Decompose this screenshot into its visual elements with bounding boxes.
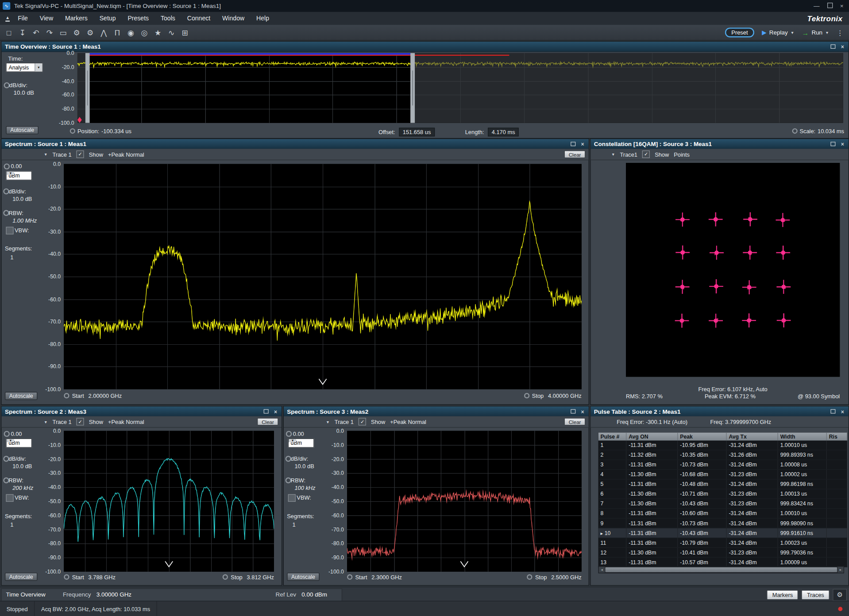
- layout-grid-icon[interactable]: ⊞: [178, 27, 192, 38]
- spectrum-plot[interactable]: 0.0-10.0-20.0-30.0-40.0-50.0-60.0-70.0-8…: [64, 164, 581, 389]
- close-window-button[interactable]: ×: [579, 140, 587, 147]
- menu-setup[interactable]: Setup: [93, 15, 122, 22]
- segments-value[interactable]: 1: [293, 521, 296, 528]
- column-header[interactable]: Peak: [678, 432, 726, 440]
- scroll-right-arrow[interactable]: ►: [837, 567, 843, 573]
- vbw-checkbox[interactable]: [288, 494, 296, 502]
- autoscale-button[interactable]: Autoscale: [5, 573, 37, 581]
- points-label[interactable]: Points: [674, 151, 690, 158]
- replay-button[interactable]: ▶ Replay ▼: [762, 29, 794, 36]
- trace-selector[interactable]: Trace 1: [335, 419, 354, 425]
- detector-label[interactable]: +Peak Normal: [390, 419, 426, 425]
- menu-file[interactable]: File: [12, 15, 34, 22]
- ref-level-value[interactable]: 0.00: [11, 163, 22, 169]
- spectrum-plot[interactable]: 0.0-10.0-20.0-30.0-40.0-50.0-60.0-70.0-8…: [64, 431, 274, 572]
- table-row[interactable]: 7-11.30 dBm-10.43 dBm-31.23 dBm999.83424…: [598, 499, 848, 509]
- menu-presets[interactable]: Presets: [122, 15, 155, 22]
- current-view-label[interactable]: Time Overview: [6, 591, 45, 598]
- show-checkbox[interactable]: ✓: [359, 418, 366, 425]
- unit-select[interactable]: dBm ▼: [288, 439, 314, 448]
- table-row[interactable]: 2-11.32 dBm-10.35 dBm-31.26 dBm999.89393…: [598, 450, 848, 460]
- column-header[interactable]: Avg Tx: [727, 432, 778, 440]
- stop-value[interactable]: 4.00000 GHz: [548, 393, 582, 399]
- autoscale-button[interactable]: Autoscale: [6, 126, 38, 134]
- close-window-button[interactable]: ×: [839, 43, 846, 50]
- close-window-button[interactable]: ×: [272, 408, 279, 415]
- trace-selector[interactable]: Trace 1: [53, 151, 72, 158]
- detector-label[interactable]: +Peak Normal: [108, 151, 144, 158]
- overflow-menu-icon[interactable]: ⋮: [837, 28, 844, 36]
- time-overview-plot[interactable]: 0.0-20.0-40.0-60.0-80.0-100.0: [77, 53, 843, 123]
- rbw-value[interactable]: 100 kHz: [294, 485, 315, 491]
- close-button[interactable]: ×: [840, 3, 844, 9]
- column-header[interactable]: Width: [778, 432, 827, 440]
- table-row[interactable]: 5-11.31 dBm-10.48 dBm-31.24 dBm999.86198…: [598, 480, 848, 489]
- horizontal-scrollbar[interactable]: ◄ ►: [598, 566, 844, 573]
- table-row[interactable]: 9-11.31 dBm-10.73 dBm-31.24 dBm999.98090…: [598, 519, 848, 528]
- display-icon[interactable]: ▭: [56, 27, 70, 38]
- settings-gear-icon[interactable]: ⚙: [70, 27, 84, 38]
- frequency-value[interactable]: 3.00000 GHz: [96, 591, 131, 598]
- vbw-checkbox[interactable]: [6, 227, 13, 235]
- trace-selector[interactable]: Trace 1: [53, 419, 72, 425]
- column-header[interactable]: Avg ON: [626, 432, 678, 440]
- column-header[interactable]: Pulse #: [598, 432, 627, 440]
- menu-window[interactable]: Window: [216, 15, 251, 22]
- title-bar[interactable]: ∿ Tek SignalVu-PC - MultiSignal_New.tiqm…: [0, 0, 849, 12]
- start-value[interactable]: 2.3000 GHz: [371, 574, 402, 581]
- analysis-target-icon[interactable]: ◉: [124, 27, 138, 38]
- table-row[interactable]: 3-11.31 dBm-10.73 dBm-31.24 dBm1.00008 u…: [598, 460, 848, 470]
- pulse-table-header[interactable]: Pulse Table : Source 2 : Meas1 ×: [591, 407, 849, 417]
- show-checkbox[interactable]: ✓: [77, 418, 84, 425]
- spectrum2-header[interactable]: Spectrum : Source 2 : Meas3 ×: [2, 407, 282, 417]
- table-row[interactable]: 4-11.30 dBm-10.68 dBm-31.23 dBm1.00002 u…: [598, 470, 848, 480]
- traces-button[interactable]: Traces: [802, 590, 830, 600]
- pulse-icon[interactable]: Π: [111, 27, 124, 38]
- scale-value[interactable]: 10.034 ms: [818, 128, 844, 135]
- unit-select[interactable]: dBm ▼: [6, 439, 32, 448]
- eject-icon[interactable]: ▲: [5, 15, 10, 22]
- time-mode-select[interactable]: Analysis ▼: [6, 63, 42, 72]
- clear-button[interactable]: Clear: [257, 418, 278, 425]
- show-checkbox[interactable]: ✓: [642, 150, 650, 158]
- time-overview-header[interactable]: Time Overview : Source 1 : Meas1 ×: [2, 42, 849, 52]
- clear-button[interactable]: Clear: [564, 418, 585, 425]
- constellation-header[interactable]: Constellation [16QAM] : Source 3 : Meas1…: [591, 139, 849, 149]
- rbw-value[interactable]: 200 kHz: [12, 485, 33, 491]
- constellation-plot[interactable]: [626, 163, 840, 377]
- detector-label[interactable]: +Peak Normal: [108, 419, 144, 425]
- close-window-button[interactable]: ×: [579, 408, 587, 415]
- dbdiv-value[interactable]: 10.0 dB: [294, 463, 314, 470]
- length-value[interactable]: 4.170 ms: [488, 128, 519, 137]
- menu-help[interactable]: Help: [251, 15, 275, 22]
- autoscale-button[interactable]: Autoscale: [287, 573, 319, 581]
- menu-tools[interactable]: Tools: [155, 15, 181, 22]
- stop-value[interactable]: 3.812 GHz: [247, 574, 274, 581]
- restore-window-button[interactable]: [262, 408, 270, 415]
- offset-value[interactable]: 151.658 us: [399, 128, 435, 137]
- restore-window-button[interactable]: [829, 43, 837, 50]
- trace-selector[interactable]: Trace1: [620, 151, 637, 158]
- table-row[interactable]: 6-11.30 dBm-10.71 dBm-31.23 dBm1.00013 u…: [598, 489, 848, 499]
- table-row[interactable]: 8-11.31 dBm-10.60 dBm-31.24 dBm1.00010 u…: [598, 509, 848, 519]
- scroll-left-arrow[interactable]: ◄: [599, 567, 605, 573]
- clear-button[interactable]: Clear: [564, 150, 585, 158]
- signal-wave-icon[interactable]: ∿: [165, 27, 178, 38]
- redo-icon[interactable]: ↷: [43, 27, 57, 38]
- spectrum1-header[interactable]: Spectrum : Source 1 : Meas1 ×: [2, 139, 589, 149]
- spectrum-plot[interactable]: 0.0-10.0-20.0-30.0-40.0-50.0-60.0-70.0-8…: [347, 431, 582, 572]
- ref-level-value[interactable]: 0.00 dBm: [301, 591, 327, 598]
- position-value[interactable]: -100.334 us: [101, 128, 131, 135]
- scrollbar-thumb[interactable]: [606, 567, 837, 572]
- rbw-value[interactable]: 1.00 MHz: [12, 217, 37, 224]
- marker-star-icon[interactable]: ★: [151, 27, 165, 38]
- detector-icon[interactable]: ◎: [138, 27, 151, 38]
- start-value[interactable]: 2.00000 GHz: [89, 393, 122, 399]
- minimize-button[interactable]: —: [814, 3, 819, 9]
- restore-window-button[interactable]: [569, 140, 577, 147]
- menu-view[interactable]: View: [34, 15, 59, 22]
- peak-search-icon[interactable]: ⋀: [97, 27, 111, 38]
- stop-value[interactable]: 2.5000 GHz: [551, 574, 582, 581]
- table-row[interactable]: ▸10-11.31 dBm-10.43 dBm-31.24 dBm999.916…: [598, 528, 848, 538]
- menu-connect[interactable]: Connect: [181, 15, 216, 22]
